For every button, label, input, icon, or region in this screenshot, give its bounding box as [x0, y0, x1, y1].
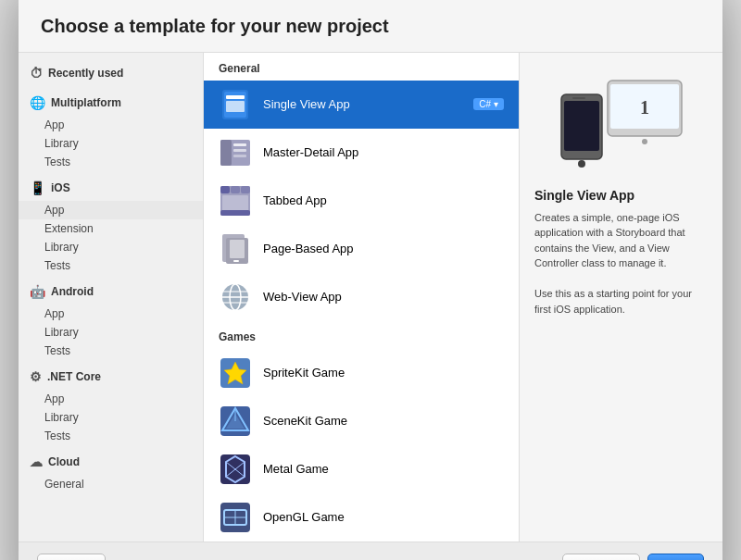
content-area: Choose a template for your new project ⏱…	[19, 0, 722, 560]
main-window: New Project Choose a template for your n…	[19, 0, 722, 560]
svg-rect-2	[226, 95, 245, 99]
sidebar: ⏱ Recently used 🌐 Multiplatform App Libr…	[19, 53, 204, 541]
sidebar-header-multiplatform[interactable]: 🌐 Multiplatform	[19, 90, 203, 116]
template-single-view-app[interactable]: Single View App C# ▾	[204, 81, 519, 129]
cancel-button[interactable]: Cancel	[37, 554, 106, 561]
sidebar-label-recently-used: Recently used	[48, 67, 123, 80]
main-area: ⏱ Recently used 🌐 Multiplatform App Libr…	[19, 53, 722, 541]
single-view-app-icon	[219, 88, 252, 121]
sidebar-label-dotnet: .NET Core	[47, 370, 101, 383]
template-name-spritekit: SpriteKit Game	[263, 366, 504, 380]
sidebar-label-cloud: Cloud	[48, 455, 80, 468]
next-button[interactable]: Next	[647, 554, 704, 561]
sidebar-item-multiplatform-library[interactable]: Library	[19, 134, 203, 153]
sidebar-label-ios: iOS	[51, 181, 70, 194]
template-name-metal: Metal Game	[263, 462, 504, 476]
svg-rect-17	[230, 240, 245, 258]
template-name-tabbed-app: Tabbed App	[263, 193, 504, 207]
sidebar-item-android-tests[interactable]: Tests	[19, 342, 203, 360]
svg-rect-13	[222, 195, 248, 212]
multiplatform-icon: 🌐	[30, 95, 45, 110]
svg-text:1: 1	[640, 97, 649, 118]
sidebar-item-ios-app[interactable]: App	[19, 201, 203, 219]
svg-rect-12	[241, 186, 250, 193]
sidebar-item-android-app[interactable]: App	[19, 305, 203, 323]
sidebar-item-cloud-general[interactable]: General	[19, 475, 203, 493]
preview-panel: 1 Single View App Creates a simple, one-…	[519, 53, 722, 541]
svg-rect-18	[233, 260, 239, 262]
opengl-game-icon	[219, 501, 252, 534]
sidebar-item-multiplatform-tests[interactable]: Tests	[19, 153, 203, 171]
svg-rect-44	[572, 97, 585, 99]
sidebar-section-multiplatform: 🌐 Multiplatform App Library Tests	[19, 90, 203, 171]
svg-rect-6	[233, 143, 246, 146]
page-title: Choose a template for your new project	[41, 16, 700, 37]
metal-game-icon	[219, 453, 252, 486]
scenekit-game-icon	[219, 404, 252, 438]
template-page-based-app[interactable]: Page-Based App	[204, 225, 519, 273]
template-master-detail-app[interactable]: Master-Detail App	[204, 129, 519, 177]
template-name-single-view-app: Single View App	[263, 97, 462, 111]
template-metal-game[interactable]: Metal Game	[204, 445, 519, 493]
template-list: General Single View App C	[204, 53, 519, 541]
dialog-footer: Cancel Previous Next	[19, 541, 722, 561]
cloud-icon: ☁	[30, 454, 43, 469]
svg-rect-7	[233, 149, 246, 152]
template-name-master-detail: Master-Detail App	[263, 145, 504, 159]
svg-rect-14	[220, 210, 250, 216]
sidebar-section-android: 🤖 Android App Library Tests	[19, 279, 203, 360]
template-panel: General Single View App C	[204, 53, 519, 541]
svg-rect-11	[231, 186, 240, 193]
sidebar-item-multiplatform-app[interactable]: App	[19, 116, 203, 134]
sidebar-section-dotnet: ⚙ .NET Core App Library Tests	[19, 364, 203, 445]
sidebar-header-recently-used[interactable]: ⏱ Recently used	[19, 60, 203, 86]
sidebar-item-ios-extension[interactable]: Extension	[19, 219, 203, 238]
sidebar-section-cloud: ☁ Cloud General	[19, 449, 203, 493]
svg-rect-8	[233, 155, 246, 157]
sidebar-label-android: Android	[51, 285, 94, 298]
lang-dropdown-icon: ▾	[494, 99, 498, 109]
sidebar-header-android[interactable]: 🤖 Android	[19, 279, 203, 305]
sidebar-item-ios-library[interactable]: Library	[19, 238, 203, 256]
template-name-scenekit: SceneKit Game	[263, 414, 504, 428]
template-spritekit-game[interactable]: SpriteKit Game	[204, 349, 519, 397]
template-opengl-game[interactable]: OpenGL Game	[204, 493, 519, 541]
template-name-opengl: OpenGL Game	[263, 510, 504, 524]
svg-point-40	[642, 139, 647, 144]
sidebar-header-dotnet[interactable]: ⚙ .NET Core	[19, 364, 203, 390]
preview-illustration: 1	[557, 71, 686, 173]
sidebar-header-ios[interactable]: 📱 iOS	[19, 175, 203, 201]
sidebar-header-cloud[interactable]: ☁ Cloud	[19, 449, 203, 475]
sidebar-item-ios-tests[interactable]: Tests	[19, 256, 203, 275]
dotnet-icon: ⚙	[30, 369, 42, 384]
svg-rect-42	[564, 101, 599, 151]
sidebar-item-android-library[interactable]: Library	[19, 323, 203, 342]
sidebar-item-dotnet-app[interactable]: App	[19, 390, 203, 408]
sidebar-item-dotnet-tests[interactable]: Tests	[19, 427, 203, 445]
recently-used-icon: ⏱	[30, 66, 43, 81]
template-web-view-app[interactable]: Web-View App	[204, 273, 519, 321]
web-view-app-icon	[219, 280, 252, 314]
lang-label: C#	[479, 99, 491, 109]
section-label-general: General	[204, 53, 519, 81]
template-name-page-based-app: Page-Based App	[263, 242, 504, 255]
preview-title: Single View App	[534, 188, 634, 203]
previous-button[interactable]: Previous	[562, 554, 641, 561]
section-label-games: Games	[204, 321, 519, 349]
language-badge: C# ▾	[473, 98, 504, 110]
navigation-buttons: Previous Next	[562, 554, 704, 561]
sidebar-section-ios: 📱 iOS App Extension Library Tests	[19, 175, 203, 275]
sidebar-item-dotnet-library[interactable]: Library	[19, 408, 203, 427]
ios-icon: 📱	[30, 180, 45, 195]
svg-rect-5	[220, 140, 232, 166]
template-scenekit-game[interactable]: SceneKit Game	[204, 397, 519, 445]
template-tabbed-app[interactable]: Tabbed App	[204, 177, 519, 225]
preview-description: Creates a simple, one-page iOS applicati…	[534, 210, 708, 317]
dialog-header: Choose a template for your new project	[19, 0, 722, 53]
svg-point-43	[578, 160, 585, 168]
svg-rect-10	[220, 186, 230, 193]
page-based-app-icon	[219, 232, 252, 266]
android-icon: 🤖	[30, 284, 45, 299]
spritekit-game-icon	[219, 356, 252, 390]
sidebar-label-multiplatform: Multiplatform	[51, 96, 121, 109]
